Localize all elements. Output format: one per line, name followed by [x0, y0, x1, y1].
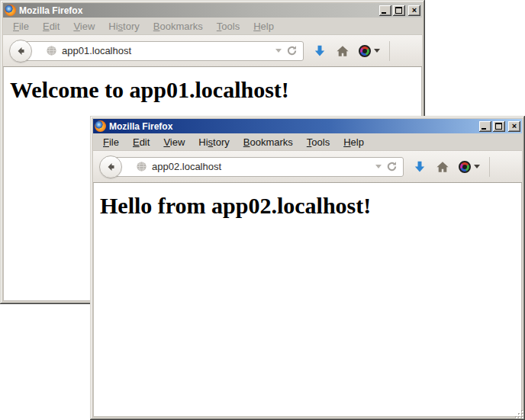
home-button[interactable]	[336, 44, 349, 58]
navigation-toolbar: app01.localhost	[3, 35, 422, 67]
back-arrow-icon	[105, 161, 117, 173]
url-bar[interactable]: app02.localhost	[114, 157, 404, 177]
menu-item-edit[interactable]: Edit	[36, 19, 66, 34]
home-icon	[436, 160, 449, 174]
home-button[interactable]	[436, 160, 449, 174]
globe-icon[interactable]	[46, 45, 57, 56]
color-wheel-icon	[459, 161, 471, 173]
window-controls: ×	[379, 5, 420, 16]
minimize-button[interactable]	[479, 121, 491, 132]
menu-item-bookmarks[interactable]: Bookmarks	[147, 19, 210, 34]
menu-bar: File Edit View History Bookmarks Tools H…	[3, 18, 422, 35]
menu-bar: File Edit View History Bookmarks Tools H…	[93, 133, 522, 151]
menu-item-view[interactable]: View	[66, 19, 101, 34]
back-arrow-icon	[14, 45, 27, 57]
download-icon	[413, 160, 427, 174]
menu-item-file[interactable]: File	[6, 19, 36, 34]
urlbar-dropdown-icon[interactable]	[275, 49, 282, 53]
page-heading: Hello from app02.localhost!	[100, 193, 515, 219]
minimize-button[interactable]	[379, 5, 391, 16]
menu-item-file[interactable]: File	[96, 135, 126, 149]
reload-icon[interactable]	[386, 161, 398, 172]
window-controls: ×	[479, 121, 520, 132]
back-button[interactable]	[9, 40, 32, 63]
menu-item-help[interactable]: Help	[246, 19, 281, 34]
color-wheel-icon	[359, 45, 371, 57]
menu-item-help[interactable]: Help	[337, 135, 371, 149]
open-menu-button[interactable]	[499, 162, 513, 172]
toolbar-separator	[489, 157, 490, 177]
close-button[interactable]: ×	[508, 121, 520, 132]
download-button[interactable]	[413, 160, 427, 174]
menu-item-view[interactable]: View	[156, 135, 192, 149]
menu-item-bookmarks[interactable]: Bookmarks	[237, 135, 300, 149]
browser-window-app02: Mozilla Firefox × File Edit View History…	[90, 116, 525, 420]
close-icon: ×	[412, 6, 417, 14]
open-menu-button[interactable]	[399, 46, 413, 56]
minimize-icon	[482, 128, 486, 130]
resize-grip[interactable]	[514, 409, 525, 420]
firefox-icon	[95, 120, 106, 132]
url-text[interactable]: app02.localhost	[152, 161, 371, 172]
window-title: Mozilla Firefox	[109, 121, 476, 132]
titlebar[interactable]: Mozilla Firefox ×	[93, 119, 522, 133]
toolbar-separator	[389, 41, 390, 61]
titlebar[interactable]: Mozilla Firefox ×	[3, 3, 422, 18]
reload-icon[interactable]	[286, 45, 298, 56]
download-icon	[313, 44, 327, 58]
url-bar[interactable]: app01.localhost	[24, 41, 304, 61]
window-title: Mozilla Firefox	[19, 5, 376, 16]
close-icon: ×	[512, 122, 517, 130]
close-button[interactable]: ×	[408, 5, 420, 16]
page-content: Hello from app02.localhost!	[93, 183, 522, 417]
menu-item-history[interactable]: History	[192, 135, 236, 149]
page-heading: Welcome to app01.localhost!	[10, 77, 415, 103]
menu-item-tools[interactable]: Tools	[300, 135, 337, 149]
navigation-toolbar: app02.localhost	[93, 151, 522, 183]
addon-caret-icon	[474, 165, 480, 168]
home-icon	[336, 44, 349, 58]
download-button[interactable]	[313, 44, 327, 58]
menu-item-edit[interactable]: Edit	[126, 135, 156, 149]
maximize-icon	[495, 123, 502, 130]
firefox-icon	[5, 5, 16, 16]
addon-caret-icon	[374, 49, 380, 53]
urlbar-dropdown-icon[interactable]	[375, 165, 382, 168]
back-button[interactable]	[99, 155, 122, 178]
maximize-button[interactable]	[393, 5, 405, 16]
maximize-button[interactable]	[493, 121, 505, 132]
addon-button[interactable]	[459, 161, 480, 173]
globe-icon[interactable]	[136, 161, 147, 172]
addon-button[interactable]	[359, 45, 380, 57]
maximize-icon	[395, 7, 402, 14]
menu-item-history[interactable]: History	[101, 19, 146, 34]
url-text[interactable]: app01.localhost	[62, 45, 271, 56]
minimize-icon	[382, 12, 386, 14]
menu-item-tools[interactable]: Tools	[210, 19, 246, 34]
